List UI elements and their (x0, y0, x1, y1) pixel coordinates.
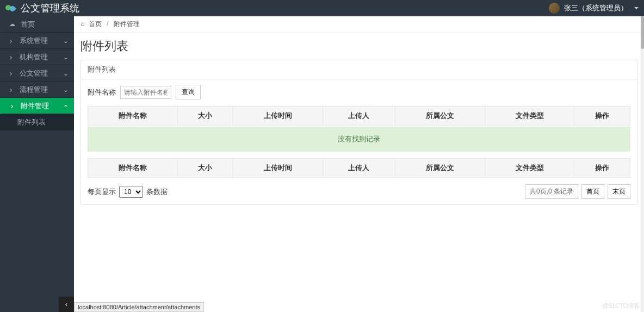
chevron-right-icon (5, 36, 16, 45)
sidebar-label: 流程管理 (20, 85, 63, 95)
watermark: @51CTO博客 (603, 302, 640, 310)
avatar (549, 3, 560, 14)
caret-down-icon (634, 7, 639, 9)
col-doc: 所属公文 (395, 107, 485, 126)
search-label: 附件名称 (88, 88, 116, 97)
sidebar-item-doc[interactable]: 公文管理 (0, 65, 74, 82)
col-action: 操作 (574, 159, 630, 178)
sidebar-label: 附件列表 (17, 117, 69, 127)
scrollbar-thumb[interactable] (641, 16, 644, 49)
per-page-select[interactable]: 10 (119, 186, 143, 198)
chevron-right-icon (5, 85, 16, 94)
pager-info: 共0页,0 条记录 (525, 184, 578, 199)
app-logo-icon (5, 5, 16, 11)
search-button[interactable]: 查询 (176, 85, 201, 99)
col-type: 文件类型 (485, 107, 574, 126)
sidebar-collapse-button[interactable]: ‹ (59, 297, 74, 312)
chevron-down-icon (63, 86, 69, 93)
sidebar-label: 机构管理 (20, 52, 63, 62)
scrollbar[interactable] (641, 16, 644, 312)
panel-heading: 附件列表 (81, 60, 637, 79)
col-name: 附件名称 (88, 107, 178, 126)
col-uploader: 上传人 (323, 107, 395, 126)
search-input[interactable] (120, 86, 171, 99)
sidebar-label: 公文管理 (20, 68, 63, 78)
per-page-unit: 条数据 (146, 187, 168, 197)
chevron-up-icon (63, 102, 69, 110)
sidebar-item-attachment-list[interactable]: 附件列表 (0, 114, 74, 130)
pager-first-button[interactable]: 首页 (581, 184, 604, 199)
page-title: 附件列表 (81, 38, 637, 54)
sidebar-item-flow[interactable]: 流程管理 (0, 82, 74, 98)
breadcrumb: ⌂ 首页 / 附件管理 (74, 16, 644, 33)
col-time: 上传时间 (233, 159, 323, 178)
col-time: 上传时间 (233, 107, 323, 126)
chevron-right-icon (7, 102, 17, 110)
sidebar-label: 系统管理 (20, 36, 63, 46)
sidebar-item-org[interactable]: 机构管理 (0, 49, 74, 65)
chevron-down-icon (63, 37, 69, 45)
breadcrumb-home[interactable]: 首页 (89, 20, 102, 28)
status-url: localhost:8080/Article/attachment/attach… (74, 302, 204, 312)
table-empty-message: 没有找到记录 (88, 127, 630, 152)
sidebar-label: 附件管理 (21, 101, 63, 111)
user-name: 张三（系统管理员） (564, 3, 628, 13)
breadcrumb-separator: / (107, 20, 108, 28)
col-size: 大小 (177, 107, 233, 126)
sidebar-item-home[interactable]: ☁ 首页 (0, 16, 74, 33)
dashboard-icon: ☁ (7, 21, 17, 28)
chevron-right-icon (5, 53, 16, 61)
sidebar-item-system[interactable]: 系统管理 (0, 33, 74, 49)
per-page-label: 每页显示 (88, 187, 116, 197)
col-action: 操作 (574, 107, 630, 126)
col-name: 附件名称 (88, 159, 178, 178)
home-icon: ⌂ (81, 20, 84, 28)
col-uploader: 上传人 (323, 159, 395, 178)
col-size: 大小 (177, 159, 233, 178)
chevron-down-icon (63, 70, 69, 77)
sidebar-label: 首页 (21, 20, 69, 29)
breadcrumb-current: 附件管理 (114, 20, 140, 28)
chevron-down-icon (63, 53, 69, 61)
user-menu[interactable]: 张三（系统管理员） (549, 3, 639, 14)
col-type: 文件类型 (485, 159, 574, 178)
sidebar-item-attachment[interactable]: 附件管理 (0, 98, 74, 114)
col-doc: 所属公文 (395, 159, 485, 178)
chevron-right-icon (5, 69, 16, 78)
pager-last-button[interactable]: 末页 (608, 184, 630, 199)
app-title: 公文管理系统 (21, 2, 79, 15)
